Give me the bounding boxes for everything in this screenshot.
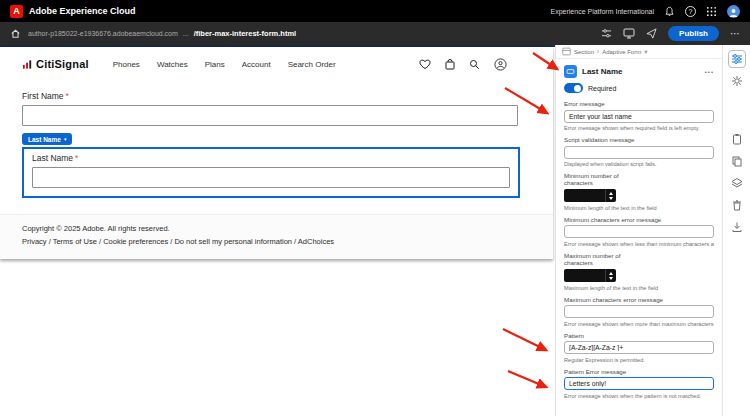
site-header: CitiSignal Phones Watches Plans Account … <box>0 47 553 81</box>
sliders-icon[interactable] <box>601 28 612 39</box>
org-switcher[interactable]: Experience Platform International <box>551 8 655 15</box>
max-characters-stepper[interactable] <box>564 269 616 282</box>
more-options-icon[interactable]: ⋯ <box>730 29 740 39</box>
chevron-right-icon: › <box>597 48 599 55</box>
field-label: Maximum number of characters <box>564 252 646 267</box>
field-helper: Error message shown when less than minim… <box>564 241 714 247</box>
stepper-down-icon[interactable] <box>609 277 613 280</box>
trash-icon[interactable] <box>728 196 746 214</box>
field-label: Script validation message <box>564 136 714 143</box>
last-name-label: Last Name* <box>32 153 510 163</box>
nav-link-search-order[interactable]: Search Order <box>288 60 336 69</box>
cart-bag-icon[interactable] <box>445 59 455 70</box>
send-icon[interactable] <box>646 28 657 39</box>
selected-component-outline[interactable]: Last Name* <box>22 147 520 198</box>
max-characters-error-input[interactable] <box>564 305 714 318</box>
citisignal-logo[interactable]: CitiSignal <box>22 58 89 70</box>
field-max-characters-error: Maximum characters error message Error m… <box>556 296 722 327</box>
last-name-label-text: Last Name <box>32 153 73 163</box>
devices-icon[interactable] <box>623 28 635 39</box>
site-brand: CitiSignal <box>36 58 89 70</box>
clipboard-icon[interactable] <box>728 130 746 148</box>
field-min-characters-error: Minimum characters error message Error m… <box>556 216 722 247</box>
component-title: Last Name <box>582 67 700 76</box>
account-icon[interactable] <box>494 58 507 71</box>
top-bar-right: Experience Platform International ? <box>551 5 741 18</box>
field-pattern: Pattern Regular Expression is permitted. <box>556 332 722 363</box>
chevron-down-icon[interactable]: ▾ <box>644 48 647 56</box>
field-helper: Error message shown when the pattern is … <box>564 393 714 399</box>
required-toggle-label: Required <box>588 85 616 92</box>
required-asterisk: * <box>75 153 78 163</box>
field-label: Pattern Error message <box>564 368 714 375</box>
form-area: First Name* Last Name ▾ Last Name* <box>0 81 553 198</box>
breadcrumb-page[interactable]: /fiber-max-interest-form.html <box>194 29 297 38</box>
component-header: Last Name ••• <box>556 59 722 82</box>
site-footer: Copyright © 2025 Adobe. All rights reser… <box>0 214 553 259</box>
search-icon[interactable] <box>469 59 480 70</box>
nav-link-watches[interactable]: Watches <box>157 60 188 69</box>
editor-toolbar: author-p185022-e1936676.adobeaemcloud.co… <box>0 22 750 45</box>
breadcrumb-ellipsis[interactable]: ... <box>183 30 189 37</box>
breadcrumb-host[interactable]: author-p185022-e1936676.adobeaemcloud.co… <box>28 30 178 37</box>
field-helper: Regular Expression is permitted. <box>564 357 714 363</box>
script-validation-input[interactable] <box>564 146 714 159</box>
breadcrumb: author-p185022-e1936676.adobeaemcloud.co… <box>28 29 296 38</box>
field-helper: Minimum length of the text in the field <box>564 205 714 211</box>
adobe-logo[interactable]: A <box>10 5 23 18</box>
top-bar: A Adobe Experience Cloud Experience Plat… <box>0 0 750 22</box>
first-name-label: First Name* <box>22 91 553 101</box>
field-min-characters: Minimum number of characters Minimum len… <box>556 172 722 211</box>
stepper-up-icon[interactable] <box>609 272 613 275</box>
field-label: Maximum characters error message <box>564 296 714 303</box>
chevron-down-icon: ▾ <box>64 137 67 142</box>
copy-icon[interactable] <box>728 152 746 170</box>
field-script-validation: Script validation message Displayed when… <box>556 136 722 167</box>
field-label: Minimum characters error message <box>564 216 714 223</box>
properties-rail-icon[interactable] <box>728 50 746 68</box>
breadcrumb-section[interactable]: Section <box>574 49 594 55</box>
nav-link-account[interactable]: Account <box>242 60 271 69</box>
required-asterisk: * <box>66 91 69 101</box>
apps-grid-icon[interactable] <box>706 6 717 17</box>
breadcrumb-adaptive-form[interactable]: Adaptive Form <box>602 49 641 55</box>
help-icon[interactable]: ? <box>685 6 696 17</box>
field-pattern-error: Pattern Error message Error message show… <box>556 368 722 399</box>
copyright-text: Copyright © 2025 Adobe. All rights reser… <box>22 224 531 233</box>
stepper-down-icon[interactable] <box>609 197 613 200</box>
publish-button[interactable]: Publish <box>668 26 719 41</box>
chip-label: Last Name <box>28 136 61 143</box>
error-message-input[interactable] <box>564 110 714 123</box>
page-canvas: CitiSignal Phones Watches Plans Account … <box>0 45 555 416</box>
site-nav: Phones Watches Plans Account Search Orde… <box>113 60 336 69</box>
toolbar-actions: Publish ⋯ <box>601 26 740 41</box>
pattern-input[interactable] <box>564 341 714 354</box>
download-icon[interactable] <box>728 218 746 236</box>
first-name-input[interactable] <box>22 105 518 126</box>
required-row: Required <box>556 82 722 100</box>
field-helper: Error message shown when more than maxim… <box>564 321 714 327</box>
nav-link-phones[interactable]: Phones <box>113 60 140 69</box>
field-max-characters: Maximum number of characters Maximum len… <box>556 252 722 291</box>
text-field-component-icon <box>564 65 577 78</box>
required-toggle[interactable] <box>564 83 583 93</box>
stepper-up-icon[interactable] <box>609 192 613 195</box>
selected-component-chip[interactable]: Last Name ▾ <box>22 133 72 145</box>
footer-links[interactable]: Privacy / Terms of Use / Cookie preferen… <box>22 237 531 246</box>
avatar[interactable] <box>727 5 740 18</box>
min-characters-error-input[interactable] <box>564 225 714 238</box>
layers-icon[interactable] <box>728 174 746 192</box>
notifications-icon[interactable] <box>664 6 675 17</box>
field-label: Pattern <box>564 332 714 339</box>
min-characters-stepper[interactable] <box>564 189 616 202</box>
wishlist-heart-icon[interactable] <box>419 59 431 70</box>
nav-link-plans[interactable]: Plans <box>205 60 225 69</box>
component-more-icon[interactable]: ••• <box>705 69 714 75</box>
pattern-error-input[interactable] <box>564 377 714 390</box>
gear-icon[interactable] <box>728 72 746 90</box>
last-name-input[interactable] <box>32 167 510 188</box>
field-label: Minimum number of characters <box>564 172 646 187</box>
field-error-message: Error message Error message shown when r… <box>556 100 722 131</box>
right-icon-rail <box>722 45 750 416</box>
home-icon[interactable] <box>10 28 21 39</box>
